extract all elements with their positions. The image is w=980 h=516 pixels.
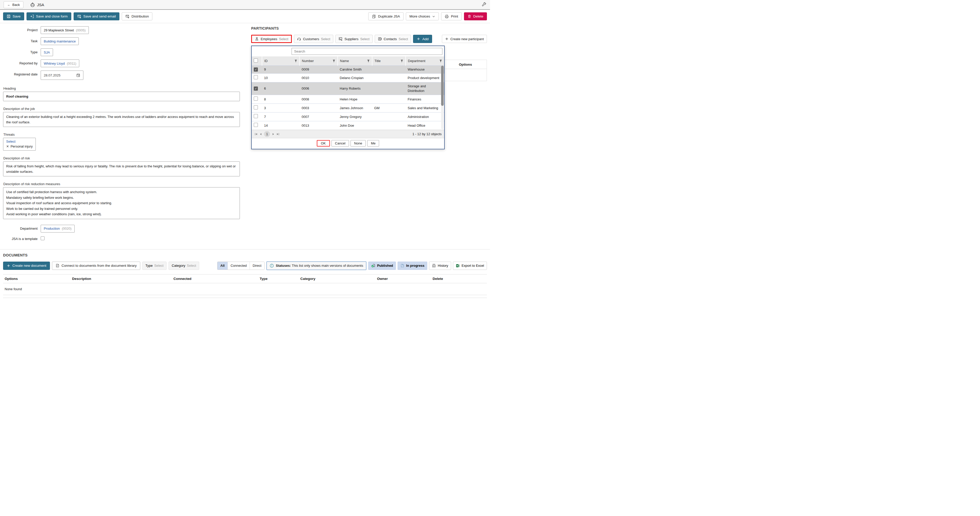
select-all-checkbox[interactable] xyxy=(254,59,258,62)
back-button[interactable]: ← Back xyxy=(3,1,24,8)
reported-by-label: Reported by xyxy=(3,59,41,65)
remove-threat-icon[interactable]: ✕ xyxy=(6,145,9,148)
row-checkbox[interactable] xyxy=(254,114,258,118)
column-name[interactable]: Name xyxy=(338,56,372,66)
cancel-button[interactable]: Cancel xyxy=(331,140,349,147)
col-owner: Owner xyxy=(375,274,431,283)
column-title[interactable]: Title xyxy=(372,56,406,66)
row-checkbox[interactable] xyxy=(254,75,258,79)
duplicate-icon xyxy=(372,14,376,19)
connect-documents-button[interactable]: Connect to documents from the document l… xyxy=(52,261,140,270)
document-link-icon xyxy=(56,264,59,268)
scrollbar[interactable] xyxy=(441,66,444,129)
documents-section: DOCUMENTS Create new document Connect to… xyxy=(0,249,490,298)
published-filter-button[interactable]: Published xyxy=(368,261,396,270)
employee-row[interactable]: 30003James JohnsonGMSales and Marketing xyxy=(252,104,444,113)
project-field[interactable]: 29 Maplewick Street (0005) xyxy=(41,26,89,34)
row-checkbox[interactable]: ✓ xyxy=(254,86,258,91)
tab-all-documents[interactable]: All xyxy=(218,262,228,269)
threats-field[interactable]: Select ✕ Personal injury xyxy=(3,138,36,151)
employee-row[interactable]: 140013John DoeHead Office xyxy=(252,121,444,130)
tab-connected[interactable]: Connected xyxy=(228,262,250,269)
next-page-icon[interactable] xyxy=(272,132,275,136)
heading-input[interactable]: Roof cleaning xyxy=(3,92,240,101)
task-field[interactable]: Building maintenance xyxy=(41,37,79,45)
template-label: JSA is a template xyxy=(3,236,41,241)
employee-row[interactable]: 100010Delano CrispianProduct development xyxy=(252,74,444,83)
type-field[interactable]: SJA xyxy=(41,48,53,56)
threats-label: Threats xyxy=(3,132,240,137)
department-field[interactable]: Production (0020) xyxy=(41,225,75,233)
options-column-header: Options xyxy=(444,60,487,69)
threats-select-link[interactable]: Select xyxy=(6,140,33,143)
last-page-icon[interactable] xyxy=(276,132,280,136)
category-select-button[interactable]: Category Select xyxy=(169,261,199,270)
save-and-send-email-button[interactable]: Save and send email xyxy=(73,12,119,20)
participants-table: Options xyxy=(444,60,487,81)
tab-direct[interactable]: Direct xyxy=(250,262,264,269)
filter-icon[interactable] xyxy=(332,59,335,62)
create-new-participant-button[interactable]: Create new participant xyxy=(442,35,487,43)
employees-select-button[interactable]: Employees Select xyxy=(251,35,292,43)
employee-row[interactable]: ✓90009Caroline SmithWarehouse xyxy=(252,66,444,74)
employee-row[interactable]: 80008Helen HopeFinances xyxy=(252,95,444,104)
column-id[interactable]: ID xyxy=(262,56,299,66)
duplicate-jsa-button[interactable]: Duplicate JSA xyxy=(368,12,404,20)
column-department[interactable]: Department xyxy=(406,56,444,66)
plus-icon xyxy=(445,37,449,41)
row-checkbox[interactable]: ✓ xyxy=(254,67,258,72)
contacts-select-button[interactable]: Contacts Select xyxy=(375,35,411,43)
type-select-button[interactable]: Type Select xyxy=(142,261,167,270)
first-page-icon[interactable] xyxy=(254,132,258,136)
measures-input[interactable]: Use of certified fall protection harness… xyxy=(3,187,240,219)
export-to-excel-button[interactable]: Export to Excel xyxy=(453,261,487,270)
save-button[interactable]: Save xyxy=(3,12,24,20)
page-title: JSA xyxy=(37,3,44,7)
row-checkbox[interactable] xyxy=(254,105,258,110)
risk-description-label: Description of risk xyxy=(3,156,240,160)
ok-button[interactable]: OK xyxy=(317,140,330,147)
column-number[interactable]: Number xyxy=(299,56,338,66)
create-new-document-button[interactable]: Create new document xyxy=(3,261,50,270)
me-button[interactable]: Me xyxy=(367,140,379,147)
col-type: Type xyxy=(258,274,299,283)
employee-row[interactable]: ✓60006Harry RobertsStorage and Distribut… xyxy=(252,83,444,95)
more-choices-button[interactable]: More choices xyxy=(406,12,439,20)
filter-icon[interactable] xyxy=(439,59,442,62)
registered-date-field[interactable]: 28.07.2025 xyxy=(41,70,83,80)
prev-page-icon[interactable] xyxy=(259,132,262,136)
filter-icon[interactable] xyxy=(294,59,297,62)
helmet-icon xyxy=(30,2,35,7)
distribution-button[interactable]: Distribution xyxy=(122,12,153,20)
employee-row[interactable]: 70007Jenny GregoryAdministration xyxy=(252,113,444,121)
select-all-cell xyxy=(252,56,262,66)
history-button[interactable]: History xyxy=(429,261,451,270)
none-button[interactable]: None xyxy=(350,140,366,147)
calendar-icon[interactable] xyxy=(76,73,80,77)
measures-label: Description of risk reduction measures xyxy=(3,182,240,186)
print-button[interactable]: Print xyxy=(441,12,462,20)
current-page[interactable]: 1 xyxy=(264,131,270,137)
template-checkbox[interactable] xyxy=(41,236,45,240)
scrollbar-thumb[interactable] xyxy=(441,66,444,106)
row-checkbox[interactable] xyxy=(254,123,258,127)
risk-description-input[interactable]: Risk of falling from height, which may l… xyxy=(3,161,240,177)
empty-row: None found xyxy=(3,283,487,295)
delete-button[interactable]: Delete xyxy=(464,12,487,20)
reported-by-field[interactable]: Whitney Lloyd (0011) xyxy=(41,59,79,67)
row-checkbox[interactable] xyxy=(254,97,258,101)
main-toolbar: Save Save and close form Save and send e… xyxy=(0,10,490,23)
save-and-close-button[interactable]: Save and close form xyxy=(27,12,71,20)
job-description-input[interactable]: Cleaning of an exterior building roof at… xyxy=(3,112,240,127)
hand-truck-icon xyxy=(339,37,342,41)
search-input[interactable] xyxy=(291,48,442,55)
in-progress-filter-button[interactable]: In progress xyxy=(398,261,427,270)
suppliers-select-button[interactable]: Suppliers Select xyxy=(335,35,372,43)
filter-icon[interactable] xyxy=(401,59,403,62)
col-connected: Connected xyxy=(172,274,258,283)
customers-select-button[interactable]: Customers Select xyxy=(294,35,333,43)
filter-icon[interactable] xyxy=(367,59,370,62)
wrench-icon[interactable] xyxy=(482,2,487,7)
task-label: Task xyxy=(3,37,41,43)
add-participants-button[interactable]: Add xyxy=(413,35,432,43)
